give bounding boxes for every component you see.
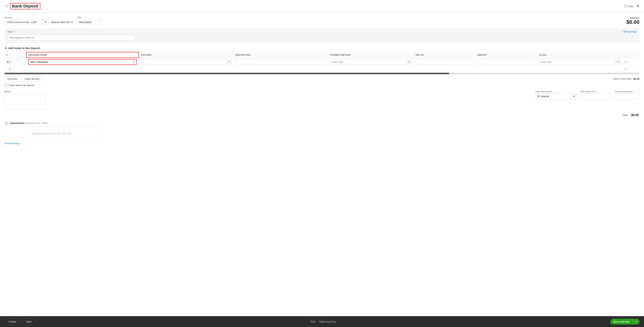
amount-input-row1[interactable] [478,60,535,65]
col-header-account: ACCOUNT [139,52,234,58]
cash-back-goes-to-arrow[interactable]: ▼ [571,94,577,99]
help-label: Help [628,5,633,8]
col-header-num: # [4,52,26,58]
cancel-button[interactable]: Cancel [4,318,20,325]
attachments-label: Attachments [10,122,24,125]
add-funds-title: Add funds to this deposit [8,47,40,50]
account-balance: Balance $68,309.72 [51,21,73,24]
clear-button[interactable]: Clear [22,318,36,325]
track-returns-checkbox[interactable] [4,84,7,87]
amount-label: AMOUNT [626,17,640,19]
account-label: Account [4,16,73,19]
attachments-drop-zone[interactable]: Drag/Drop files here or click the icon [4,126,98,141]
cash-back-amount-label: Cash back amount [615,90,640,93]
cash-back-amount-input[interactable] [615,93,640,99]
col-header-amount: AMOUNT [476,52,537,58]
received-from-dropdown-row1[interactable]: ▼ [131,60,136,64]
close-button[interactable]: ✕ [636,4,640,9]
drag-handle-row2[interactable]: ⠿ [6,68,8,71]
save-and-new-button[interactable]: Save and new [610,319,632,324]
paperclip-icon: 📎 [4,121,8,125]
row-number: 2 [9,68,10,71]
tags-input[interactable] [8,35,135,41]
help-button[interactable]: ⓘ Help [624,4,633,8]
tags-info-icon[interactable]: ? [13,30,16,33]
help-circle-icon: ⓘ [624,4,627,8]
account-dropdown-arrow[interactable]: ▼ [42,20,48,25]
save-and-new-dropdown-button[interactable]: ▼ [633,319,640,324]
manage-tags-link[interactable]: Manage tags [624,30,636,33]
table-row: ⊕ 1 ▼ [4,58,640,66]
payment-method-cell-row1[interactable]: ▼ [330,60,412,65]
cash-back-memo-label: Cash back memo [580,90,612,93]
payment-method-dropdown-row1[interactable]: ▼ [406,60,412,64]
add-lines-button[interactable]: Add lines [4,76,20,82]
memo-input[interactable] [4,94,46,109]
col-header-ref-no: REF NO. [414,52,476,58]
clock-icon: ⏱ [4,4,8,9]
amount-value: $0.00 [626,19,640,25]
make-recurring-button[interactable]: Make recurring [319,320,336,323]
received-from-input-row1[interactable] [29,60,131,64]
class-cell-row1[interactable]: ▼ [539,60,620,65]
clear-all-lines-button[interactable]: Clear all lines [22,76,42,82]
total-label: Total [622,114,628,117]
cash-back-goes-to-label: Cash back goes to [535,90,577,93]
delete-row1-button[interactable]: 🗑 [624,60,627,64]
print-button[interactable]: Print [310,320,316,323]
payment-method-input-row1[interactable] [330,60,406,64]
cash-back-goes-to-input[interactable] [536,94,571,99]
col-header-delete [622,52,640,58]
date-input[interactable] [77,19,101,25]
page-title: Bank Deposit [10,3,40,9]
tags-label: Tags [8,30,12,33]
show-existing-link[interactable]: Show existing [4,142,20,145]
received-from-cell: ▼ [28,59,137,65]
attachments-max-size: Maximum size: 20MB [26,122,48,125]
account-select[interactable]: ▼ [4,19,49,25]
account-input-row1[interactable] [141,60,226,64]
other-funds-total-label: Other funds total [613,78,631,80]
class-input-row1[interactable] [539,60,615,64]
col-header-received-from: RECEIVED FROM [26,52,139,58]
account-dropdown-row1[interactable]: ▼ [226,60,232,64]
description-input-row1[interactable] [236,60,326,65]
row-number: 1 [10,61,11,63]
memo-label: Memo [4,90,46,93]
add-row-button[interactable]: ⊕ [6,60,9,64]
account-input[interactable] [5,20,42,25]
col-header-payment-method: PAYMENT METHOD [328,52,414,58]
drop-zone-text: Drag/Drop files here or click the icon [32,132,71,135]
account-cell-row1[interactable]: ▼ [140,60,232,65]
cash-back-goes-to-select[interactable]: ▼ [535,93,577,99]
class-dropdown-row1[interactable]: ▼ [615,60,620,64]
col-header-class: CLASS [537,52,622,58]
table-scrollbar[interactable] [4,73,640,74]
table-row: ⠿ 2 🗑 [4,66,640,72]
cash-back-memo-input[interactable] [580,93,612,99]
date-label: Date [77,16,101,19]
other-funds-total-value: $0.00 [633,78,640,80]
track-returns-label: Track returns for donors [8,84,34,87]
delete-row2-button[interactable]: 🗑 [624,67,627,71]
ref-no-input-row1[interactable] [416,60,474,65]
col-header-description: DESCRIPTION [234,52,328,58]
collapse-arrow[interactable]: ▼ [4,47,7,50]
save-and-new-button-group[interactable]: Save and new ▼ [610,319,640,324]
total-amount: $0.00 [631,113,639,117]
